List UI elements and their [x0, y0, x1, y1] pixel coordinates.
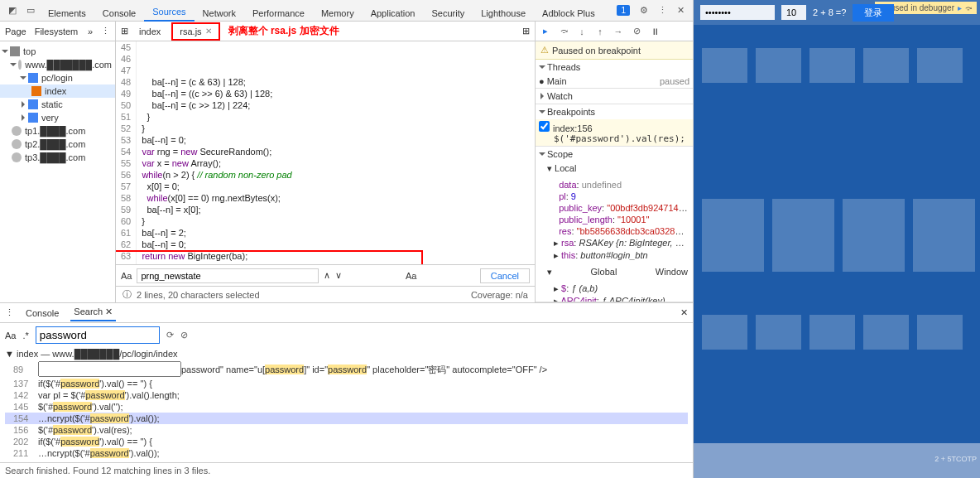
scope-var[interactable]: public_length: "10001" — [554, 214, 688, 225]
tree-domain[interactable]: www.███████.com — [0, 58, 115, 71]
drawer-more-icon[interactable]: ⋮ — [5, 307, 14, 318]
deactivate-bp-icon[interactable]: ⊘ — [630, 25, 643, 38]
search-result-line[interactable]: 137if($('#password').val() == '') { — [5, 378, 688, 389]
nav-overflow-icon[interactable]: » — [88, 27, 93, 36]
thumbnail[interactable] — [917, 315, 963, 350]
thumbnail[interactable] — [917, 48, 963, 83]
find-next-icon[interactable]: ∨ — [335, 270, 342, 281]
scope-var[interactable]: res: "bb5856638dcb3ca03280178e5… — [554, 225, 688, 237]
result-file-header[interactable]: ▼ index — www.███████/pc/login/index — [5, 347, 688, 360]
find-prev-icon[interactable]: ∧ — [324, 270, 330, 281]
breakpoints-header[interactable]: Breakpoints — [536, 104, 693, 119]
tab-application[interactable]: Application — [363, 5, 424, 22]
thumbnail[interactable] — [702, 199, 764, 272]
issues-badge[interactable]: 1 — [617, 5, 630, 16]
thread-main[interactable]: ● Main paused — [536, 75, 693, 88]
find-cancel-button[interactable]: Cancel — [480, 268, 530, 283]
login-button[interactable]: 登录 — [853, 4, 894, 22]
find-case-toggle[interactable]: Aa — [121, 271, 132, 281]
thumbnail[interactable] — [702, 48, 747, 83]
code-content[interactable]: ba[--n] = (c & 63) | 128; ba[--n] = ((c … — [137, 41, 535, 264]
tab-memory[interactable]: Memory — [313, 5, 363, 22]
editor-more-icon[interactable]: ⊞ — [522, 26, 530, 36]
captcha-field[interactable] — [781, 5, 806, 20]
thumbnail[interactable] — [809, 48, 855, 83]
scope-var[interactable]: ▸ $: ƒ (a,b) — [554, 282, 688, 295]
scope-header[interactable]: Scope — [536, 147, 693, 162]
drawer-tab-search[interactable]: Search ✕ — [70, 304, 116, 321]
search-result-line[interactable]: 202if($('#password').val() == '') { — [5, 436, 688, 447]
search-case-toggle[interactable]: Aa — [5, 331, 16, 340]
find-input[interactable] — [137, 268, 319, 283]
inspect-icon[interactable]: ◩ — [3, 2, 22, 20]
thumbnail[interactable] — [809, 315, 855, 350]
tab-performance[interactable]: Performance — [244, 5, 313, 22]
thumbnail[interactable] — [756, 48, 801, 83]
bp-checkbox[interactable] — [539, 121, 550, 132]
thumbnail[interactable] — [756, 315, 801, 350]
step-into-icon[interactable]: ↓ — [575, 25, 588, 38]
search-regex-toggle[interactable]: .* — [22, 331, 28, 340]
drawer-tab-close-icon[interactable]: ✕ — [105, 307, 113, 316]
resume-icon[interactable]: ▸ — [539, 25, 552, 38]
scope-var[interactable]: data: undefined — [554, 179, 688, 191]
nav-tab-page[interactable]: Page — [5, 27, 26, 36]
breakpoint-item[interactable]: index:156 $('#password').val(res); — [536, 119, 693, 146]
tree-folder-static[interactable]: static — [0, 98, 115, 111]
nav-more-icon[interactable]: ⋮ — [101, 26, 110, 36]
password-field[interactable] — [700, 5, 775, 20]
thumbnail[interactable] — [913, 199, 975, 272]
editor-tab-index[interactable]: index — [132, 23, 168, 40]
thumbnail[interactable] — [772, 199, 834, 272]
tab-console[interactable]: Console — [94, 5, 144, 22]
nav-tab-filesystem[interactable]: Filesystem — [35, 27, 79, 36]
global-search-input[interactable] — [36, 326, 160, 344]
pause-exc-icon[interactable]: ⏸ — [648, 25, 661, 38]
thumbnail[interactable] — [863, 48, 909, 83]
tab-network[interactable]: Network — [195, 5, 244, 22]
gear-icon[interactable]: ⚙ — [635, 2, 653, 20]
search-result-line[interactable]: 156$('#password').val(res); — [5, 424, 688, 436]
thumbnail[interactable] — [843, 199, 905, 272]
tree-folder-very[interactable]: very — [0, 111, 115, 124]
scope-global-hdr[interactable]: ▾ GlobalWindow — [536, 265, 693, 281]
scope-var[interactable]: public_key: "00bdf3db924714b9c4… — [554, 202, 688, 214]
step-over-icon[interactable]: ⤼ — [557, 25, 570, 38]
tree-folder-login[interactable]: pc/login — [0, 71, 115, 84]
tree-domain-tp3[interactable]: tp3.████.com — [0, 151, 115, 164]
tab-elements[interactable]: Elements — [40, 5, 94, 22]
search-result-line[interactable]: 154…ncrypt($('#password').val()); — [5, 413, 688, 424]
step-icon[interactable]: → — [612, 25, 625, 38]
search-result-line[interactable]: 89password" name="u[password]" id="passw… — [5, 360, 688, 378]
step-out-icon[interactable]: ↑ — [593, 25, 607, 38]
search-result-line[interactable]: 142var pl = $('#password').val().length; — [5, 389, 688, 401]
drawer-tab-console[interactable]: Console — [22, 306, 62, 321]
tab-adblock[interactable]: Adblock Plus — [534, 5, 603, 22]
tab-close-icon[interactable]: ✕ — [205, 27, 212, 36]
device-icon[interactable]: ▭ — [22, 2, 40, 20]
clear-icon[interactable]: ⊘ — [180, 330, 188, 340]
scope-var[interactable]: pl: 9 — [554, 191, 688, 202]
scope-var[interactable]: ▸ ARC4init: ƒ ARC4init(key) — [554, 295, 688, 302]
search-result-line[interactable]: 211…ncrypt($('#password').val()); — [5, 447, 688, 459]
threads-header[interactable]: Threads — [536, 60, 693, 75]
tree-top[interactable]: top — [0, 45, 115, 58]
editor-nav-icon[interactable]: ⊞ — [121, 26, 128, 36]
watch-header[interactable]: Watch — [536, 89, 693, 104]
tab-lighthouse[interactable]: Lighthouse — [473, 5, 534, 22]
code-area[interactable]: 4546474849505152535455565758596061626364… — [116, 41, 535, 264]
tree-file-index[interactable]: index — [0, 84, 115, 98]
tab-security[interactable]: Security — [423, 5, 473, 22]
tab-sources[interactable]: Sources — [144, 3, 194, 22]
scope-var[interactable]: ▸ rsa: RSAKey {n: BigInteger, e: … — [554, 237, 688, 249]
refresh-icon[interactable]: ⟳ — [166, 330, 174, 340]
overflow-icon[interactable]: ⋮ — [653, 2, 671, 20]
drawer-close-icon[interactable]: ✕ — [680, 307, 688, 318]
search-result-line[interactable]: 145$('#password').val(''); — [5, 401, 688, 413]
thumbnail[interactable] — [702, 315, 747, 350]
thumbnail[interactable] — [863, 315, 909, 350]
close-icon[interactable]: ✕ — [671, 2, 689, 20]
tree-domain-tp1[interactable]: tp1.████.com — [0, 124, 115, 138]
editor-tab-rsa[interactable]: rsa.js✕ — [171, 22, 219, 41]
tree-domain-tp2[interactable]: tp2.████.com — [0, 138, 115, 151]
